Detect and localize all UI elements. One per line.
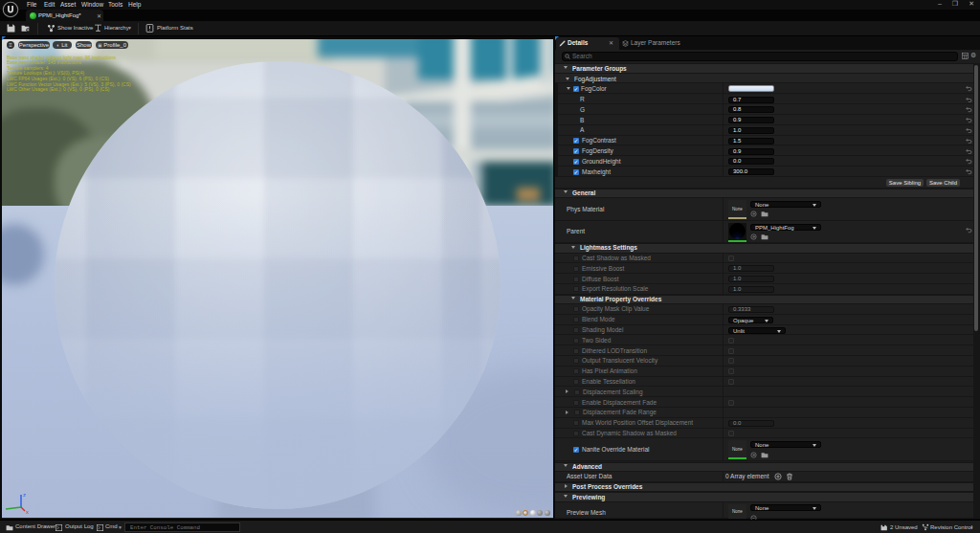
svg-text:x: x [26, 509, 29, 514]
svg-text:z: z [23, 492, 26, 498]
